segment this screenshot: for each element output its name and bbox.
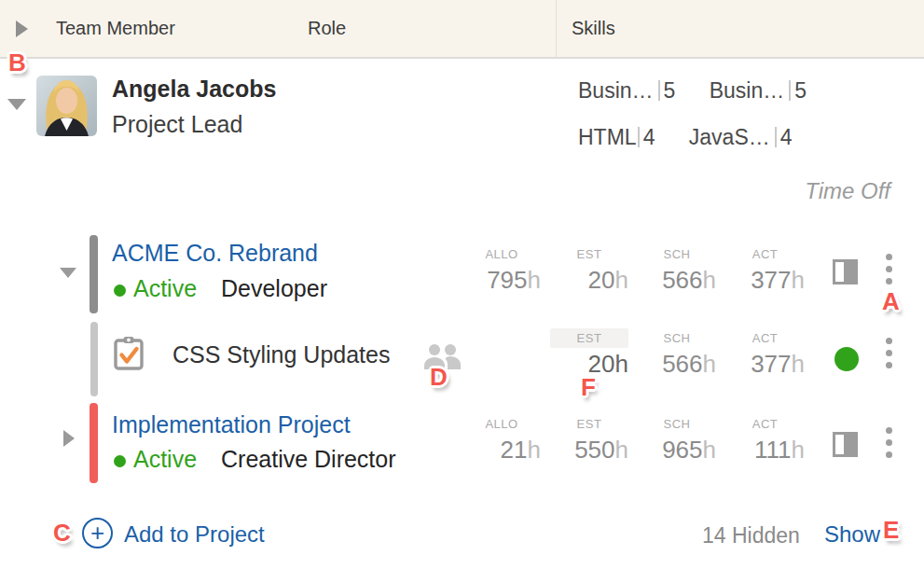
member-role: Project Lead [112, 111, 242, 138]
split-view-icon[interactable] [833, 432, 858, 457]
skill-divider [638, 127, 640, 147]
stat-unit: h [792, 350, 805, 378]
stat-label: EST [550, 414, 628, 434]
stat-label: SCH [638, 414, 716, 434]
menu-dot [886, 350, 892, 356]
stat-act: ACT377h [725, 328, 805, 379]
menu-dot [886, 254, 892, 260]
stat-unit: h [615, 266, 628, 294]
row-menu-icon[interactable] [886, 254, 892, 290]
menu-dot [886, 439, 892, 446]
stat-value: 965 [662, 436, 702, 464]
stat-label: SCH [638, 328, 716, 348]
project-color-bar [90, 235, 98, 313]
stat-act: ACT377h [725, 244, 805, 295]
annotation-a: A [882, 287, 900, 316]
stat-unit: h [792, 266, 805, 294]
stat-unit: h [615, 350, 628, 378]
annotation-c: C [53, 519, 71, 548]
stat-unit: h [703, 266, 716, 294]
project-title-link[interactable]: ACME Co. Rebrand [112, 240, 318, 267]
header-expand-icon[interactable] [16, 21, 28, 37]
stat-value: 111 [754, 436, 792, 464]
project-collapse-icon[interactable] [60, 268, 76, 278]
skill-item: Busin…5 [578, 78, 675, 103]
task-status-icon [834, 347, 859, 371]
row-menu-icon[interactable] [886, 427, 892, 464]
column-header-role: Role [308, 18, 346, 39]
skill-divider [658, 80, 660, 101]
annotation-b: B [8, 49, 26, 77]
stat-unit: h [528, 266, 541, 294]
stat-unit: h [792, 436, 805, 464]
annotation-d: D [430, 363, 448, 392]
stat-unit: h [528, 436, 541, 464]
stat-value: 795 [487, 266, 527, 294]
stat-value: 377 [751, 266, 791, 294]
project-member-role: Developer [221, 275, 327, 302]
stat-sch: SCH965h [638, 414, 716, 465]
stat-label: ACT [725, 328, 805, 348]
stat-value: 566 [662, 266, 702, 294]
skill-item: HTML4 [578, 125, 655, 149]
skill-divider [775, 127, 777, 147]
column-divider [556, 0, 557, 59]
skills-row-1: Busin…5 Busin…5 [578, 78, 834, 104]
stat-label: ACT [725, 414, 805, 434]
project-status: Active [133, 446, 197, 473]
annotation-f: F [581, 373, 596, 402]
skill-name: Busin… [710, 78, 785, 103]
project-expand-icon[interactable] [63, 430, 75, 447]
skill-name: HTML [578, 125, 637, 149]
skills-row-2: HTML4 JavaS…4 [578, 125, 821, 150]
stat-value: 377 [751, 350, 791, 378]
stat-est: EST20h [550, 244, 628, 295]
stat-label: SCH [638, 244, 716, 264]
stat-label: EST [550, 244, 628, 264]
stat-sch: SCH566h [638, 328, 716, 379]
skill-divider [789, 80, 791, 101]
stat-est: EST550h [550, 414, 628, 465]
show-link[interactable]: Show [824, 521, 880, 548]
project-color-bar [90, 403, 98, 483]
project-title-link[interactable]: Implementation Project [112, 411, 351, 438]
menu-dot [886, 266, 892, 272]
menu-dot [886, 427, 892, 434]
hidden-count: 14 Hidden [702, 523, 800, 548]
status-dot-icon [114, 455, 126, 467]
add-icon[interactable]: + [82, 518, 113, 548]
stat-unit: h [703, 350, 716, 378]
skill-rating: 5 [794, 78, 807, 103]
skill-name: Busin… [578, 78, 654, 103]
skill-item: Busin…5 [710, 78, 807, 103]
resource-panel: Team Member Role Skills B Angela Jacobs … [0, 0, 924, 569]
stat-label: ALLO [462, 414, 541, 434]
project-member-role: Creative Director [221, 446, 396, 473]
skill-item: JavaS…4 [689, 125, 793, 149]
menu-dot [886, 338, 892, 344]
status-dot-icon [114, 284, 126, 297]
avatar-image [36, 76, 97, 136]
column-header-team-member: Team Member [56, 18, 175, 39]
stat-label: ACT [725, 244, 805, 264]
stat-act: ACT111h [725, 414, 805, 465]
menu-dot [886, 451, 892, 458]
member-name: Angela Jacobs [112, 76, 276, 103]
member-collapse-icon[interactable] [7, 99, 26, 110]
stat-label: EST [550, 328, 628, 348]
split-view-icon[interactable] [833, 259, 858, 284]
project-status: Active [133, 275, 197, 302]
skill-rating: 4 [780, 125, 793, 149]
stat-value: 20 [588, 266, 615, 294]
menu-dot [886, 362, 892, 368]
add-to-project-button[interactable]: Add to Project [124, 521, 265, 548]
menu-dot [886, 278, 892, 284]
stat-value: 566 [662, 350, 702, 378]
stat-unit: h [615, 436, 628, 464]
column-header-skills: Skills [572, 18, 615, 39]
skill-rating: 5 [664, 78, 676, 103]
time-off-label: Time Off [805, 178, 890, 204]
avatar [36, 76, 97, 136]
row-menu-icon[interactable] [886, 338, 892, 374]
stat-value: 21 [501, 436, 528, 464]
